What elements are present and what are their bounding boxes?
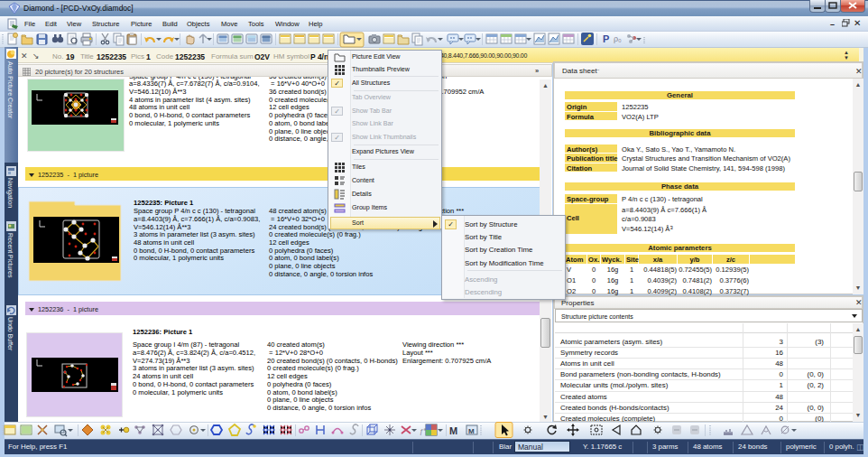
svg-text:M: M xyxy=(449,425,457,436)
svg-text:M: M xyxy=(468,427,475,435)
